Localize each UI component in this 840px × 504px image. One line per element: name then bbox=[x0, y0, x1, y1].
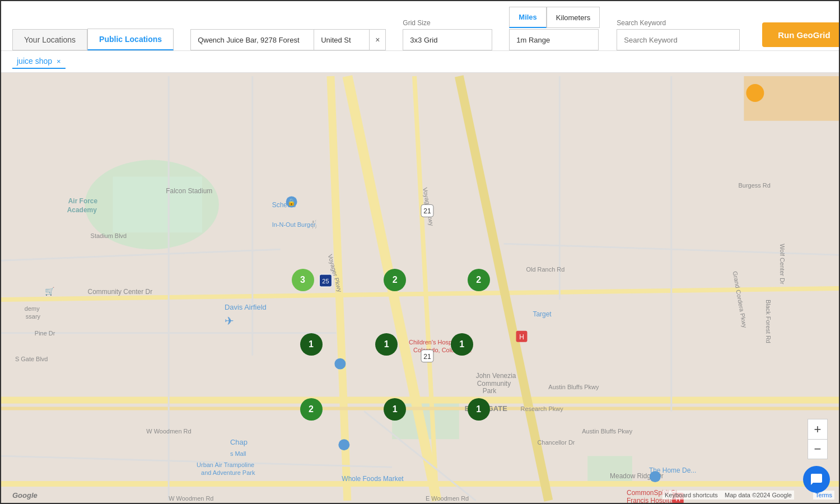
unit-toggle: Miles Kilometers bbox=[509, 7, 600, 28]
svg-text:Research Pkwy: Research Pkwy bbox=[521, 405, 564, 412]
keyword-input[interactable] bbox=[617, 29, 740, 50]
tab-group: Your Locations Public Locations bbox=[12, 29, 174, 50]
svg-text:Burgess Rd: Burgess Rd bbox=[738, 182, 770, 189]
svg-text:21: 21 bbox=[423, 353, 431, 361]
svg-text:Davis Airfield: Davis Airfield bbox=[225, 303, 267, 311]
location-input-group: × bbox=[190, 29, 386, 50]
svg-text:Austin Bluffs Pkwy: Austin Bluffs Pkwy bbox=[582, 428, 633, 435]
grid-size-input[interactable] bbox=[403, 29, 492, 50]
svg-text:Park: Park bbox=[483, 387, 497, 395]
svg-text:Chap: Chap bbox=[230, 438, 248, 446]
svg-point-78 bbox=[334, 358, 346, 370]
svg-text:John Venezia: John Venezia bbox=[476, 372, 516, 380]
svg-point-82 bbox=[746, 84, 764, 102]
map-marker-8[interactable]: 1 bbox=[468, 398, 490, 421]
svg-text:Wolf Center Dr: Wolf Center Dr bbox=[779, 244, 786, 284]
location-name-input[interactable] bbox=[190, 29, 314, 50]
svg-rect-2 bbox=[113, 177, 202, 233]
map-container: Voyager Pkwy Voyager Pkwy Air Force Acad… bbox=[1, 73, 839, 504]
keyword-label: Search Keyword bbox=[617, 19, 740, 27]
zoom-out-button[interactable]: − bbox=[808, 439, 828, 459]
map-marker-6[interactable]: 2 bbox=[300, 398, 323, 421]
svg-text:demy: demy bbox=[25, 305, 40, 312]
svg-text:Community Center Dr: Community Center Dr bbox=[88, 288, 153, 296]
svg-text:✈: ✈ bbox=[225, 315, 234, 327]
keyword-group: Search Keyword bbox=[617, 19, 740, 50]
svg-text:🛒: 🛒 bbox=[45, 287, 55, 296]
kilometers-button[interactable]: Kilometers bbox=[547, 7, 600, 28]
map-marker-5[interactable]: 1 bbox=[451, 333, 473, 356]
svg-text:🔒: 🔒 bbox=[287, 198, 296, 206]
svg-text:Community: Community bbox=[477, 380, 511, 388]
zoom-in-button[interactable]: + bbox=[808, 419, 828, 439]
tag-bar: juice shop × bbox=[1, 51, 839, 73]
svg-text:Air Force: Air Force bbox=[68, 197, 98, 205]
svg-text:W Woodmen Rd: W Woodmen Rd bbox=[146, 428, 191, 435]
active-tag[interactable]: juice shop × bbox=[12, 54, 66, 69]
grid-size-group: Grid Size bbox=[403, 19, 492, 50]
range-input[interactable] bbox=[509, 29, 599, 50]
google-logo: Google bbox=[12, 491, 38, 500]
svg-text:Falcon Stadium: Falcon Stadium bbox=[166, 187, 212, 195]
run-geogrid-button[interactable]: Run GeoGrid bbox=[762, 22, 840, 47]
svg-text:W Woodmen Rd: W Woodmen Rd bbox=[169, 495, 213, 502]
svg-text:and Adventure Park: and Adventure Park bbox=[201, 469, 255, 476]
svg-text:E Woodmen Rd: E Woodmen Rd bbox=[426, 495, 469, 502]
svg-text:21: 21 bbox=[423, 207, 431, 215]
svg-point-80 bbox=[650, 471, 661, 482]
tab-public-locations[interactable]: Public Locations bbox=[87, 29, 174, 50]
grid-size-label: Grid Size bbox=[403, 19, 492, 27]
map-marker-3[interactable]: 1 bbox=[300, 333, 323, 356]
tab-your-locations[interactable]: Your Locations bbox=[12, 29, 87, 50]
svg-text:Austin Bluffs Pkwy: Austin Bluffs Pkwy bbox=[548, 384, 599, 390]
svg-text:Pine Dr: Pine Dr bbox=[35, 330, 55, 337]
svg-text:Whole Foods Market: Whole Foods Market bbox=[342, 475, 404, 483]
svg-text:Black Forest Rd: Black Forest Rd bbox=[765, 300, 772, 343]
svg-text:Stadium Blvd: Stadium Blvd bbox=[91, 232, 127, 239]
header: Your Locations Public Locations × Grid S… bbox=[1, 1, 839, 51]
chat-icon bbox=[810, 473, 823, 486]
tag-close-button[interactable]: × bbox=[57, 57, 61, 66]
tag-label: juice shop bbox=[17, 57, 52, 66]
map-marker-0[interactable]: 3 bbox=[292, 269, 314, 291]
map-attribution: Keyboard shortcuts Map data ©2024 Google bbox=[662, 491, 794, 500]
unit-group: Miles Kilometers bbox=[509, 7, 600, 50]
svg-text:Target: Target bbox=[533, 310, 552, 318]
svg-text:Urban Air Trampoline: Urban Air Trampoline bbox=[197, 461, 254, 468]
svg-text:25: 25 bbox=[322, 278, 329, 284]
svg-text:ssary: ssary bbox=[26, 313, 41, 320]
svg-text:Academy: Academy bbox=[67, 206, 97, 214]
location-clear-button[interactable]: × bbox=[370, 29, 386, 50]
location-country-input[interactable] bbox=[314, 29, 370, 50]
chat-button[interactable] bbox=[803, 466, 830, 493]
map-marker-1[interactable]: 2 bbox=[384, 269, 406, 291]
map-marker-7[interactable]: 1 bbox=[384, 398, 406, 421]
svg-text:s Mall: s Mall bbox=[230, 450, 246, 457]
svg-text:S Gate Blvd: S Gate Blvd bbox=[15, 356, 48, 362]
miles-button[interactable]: Miles bbox=[509, 7, 547, 28]
svg-text:Chancellor Dr: Chancellor Dr bbox=[537, 439, 575, 446]
map-marker-4[interactable]: 1 bbox=[375, 333, 398, 356]
map-controls: + − bbox=[808, 419, 828, 459]
map-marker-2[interactable]: 2 bbox=[468, 269, 490, 291]
svg-text:Old Ranch Rd: Old Ranch Rd bbox=[526, 266, 564, 273]
svg-text:🍴: 🍴 bbox=[310, 220, 320, 229]
map-background: Voyager Pkwy Voyager Pkwy Air Force Acad… bbox=[1, 73, 839, 504]
svg-point-79 bbox=[338, 439, 349, 450]
svg-text:H: H bbox=[519, 333, 524, 341]
